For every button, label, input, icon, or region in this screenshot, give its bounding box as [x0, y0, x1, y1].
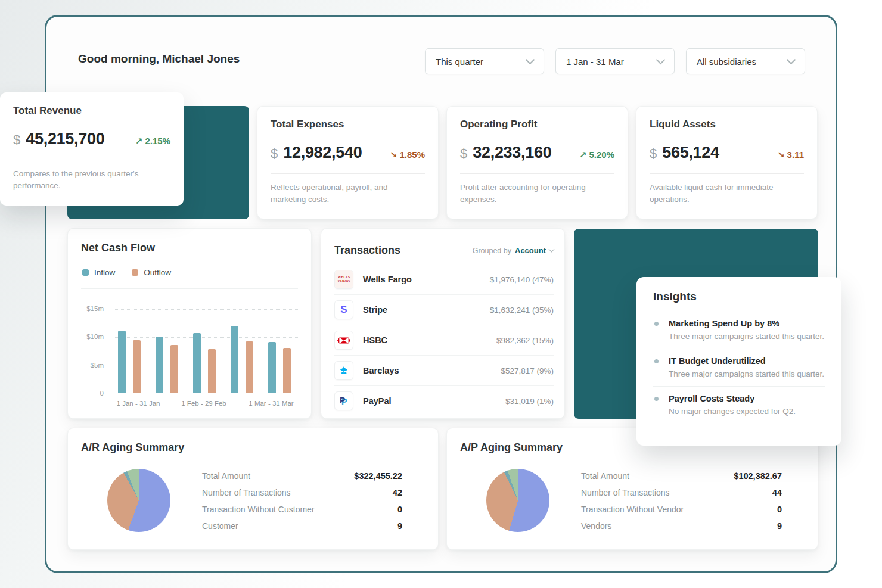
- logo-word: WELLS: [338, 275, 350, 279]
- filter-bar: This quarter1 Jan - 31 MarAll subsidiari…: [425, 48, 805, 74]
- transaction-account-name: Stripe: [363, 305, 387, 315]
- stripe-logo: S: [334, 300, 353, 319]
- y-axis-tick-label: 0: [76, 390, 104, 397]
- filter-dropdown-1-jan-31-mar[interactable]: 1 Jan - 31 Mar: [555, 48, 675, 74]
- transactions-list: WELLSFARGOWells Fargo$1,976,140 (47%)SSt…: [334, 265, 554, 416]
- outflow-bar: [170, 345, 178, 393]
- summary-row-transaction-without-vendor: Transaction Without Vendor0: [581, 501, 782, 518]
- ar-aging-pie-chart: [107, 469, 170, 532]
- insight-description: Three major campaigns started this quart…: [669, 332, 825, 341]
- transaction-row-paypal[interactable]: PPPayPal$31,019 (1%): [334, 385, 554, 416]
- currency-symbol: $: [271, 146, 278, 161]
- outflow-bar: [208, 349, 216, 393]
- total-revenue-delta: ↗ 2.15%: [135, 136, 170, 147]
- summary-value: 9: [777, 521, 782, 531]
- kpi-title: Liquid Assets: [650, 119, 804, 130]
- summary-value: 9: [397, 521, 402, 531]
- transaction-row-barclays[interactable]: Barclays$527,817 (9%): [334, 355, 554, 385]
- insights-title: Insights: [653, 290, 825, 303]
- kpi-card-liquid-assets[interactable]: Liquid Assets$565,124↘ 3.11Available liq…: [636, 106, 818, 219]
- insights-list: Marketing Spend Up by 8%Three major camp…: [653, 312, 825, 416]
- divider: [13, 160, 170, 160]
- summary-label: Number of Transactions: [202, 488, 291, 497]
- net-cash-flow-title: Net Cash Flow: [81, 242, 155, 254]
- insight-item-it-budget-underutilized: IT Budget UnderutilizedThree major campa…: [653, 349, 825, 378]
- transaction-row-stripe[interactable]: SStripe$1,632,241 (35%): [334, 294, 554, 325]
- outflow-bar: [246, 341, 253, 393]
- bullet-icon: [654, 322, 659, 326]
- kpi-delta: ↗ 5.20%: [579, 150, 614, 160]
- total-revenue-description: Compares to the previous quarter's perfo…: [13, 168, 170, 191]
- summary-label: Number of Transactions: [581, 488, 670, 497]
- summary-value: 0: [777, 505, 782, 514]
- filter-label: All subsidiaries: [697, 57, 756, 67]
- summary-row-total-amount: Total Amount$322,455.22: [202, 468, 402, 484]
- trend-down-icon: ↘: [777, 150, 785, 160]
- kpi-card-operating-profit[interactable]: Operating Profit$32,233,160↗ 5.20%Profit…: [446, 106, 628, 219]
- summary-row-number-of-transactions: Number of Transactions42: [202, 484, 402, 501]
- insight-title: Payroll Costs Steady: [669, 394, 825, 403]
- page-title: Good morning, Michael Jones: [78, 52, 240, 66]
- inflow-bar: [268, 342, 276, 393]
- bar-group: [118, 331, 141, 393]
- grouped-by-value: Account: [515, 246, 546, 255]
- summary-row-number-of-transactions: Number of Transactions44: [581, 484, 782, 501]
- kpi-title: Total Expenses: [271, 119, 425, 130]
- kpi-value: 12,982,540: [283, 144, 362, 162]
- transaction-account-name: HSBC: [363, 335, 387, 345]
- insight-title: Marketing Spend Up by 8%: [669, 319, 825, 328]
- summary-label: Total Amount: [581, 471, 629, 481]
- bar-group: [268, 342, 291, 393]
- page-background: { "page": { "greeting": "Good morning, M…: [0, 0, 882, 588]
- legend-swatch-icon: [132, 269, 138, 276]
- inflow-bar: [156, 337, 163, 393]
- transaction-row-wells-fargo[interactable]: WELLSFARGOWells Fargo$1,976,140 (47%): [334, 265, 554, 294]
- kpi-value: 32,233,160: [473, 144, 551, 162]
- currency-symbol: $: [460, 146, 467, 161]
- ap-aging-stats: Total Amount$102,382.67Number of Transac…: [581, 468, 782, 534]
- kpi-description: Available liquid cash for immediate oper…: [650, 182, 804, 205]
- y-axis-tick-label: $15m: [76, 305, 104, 312]
- inflow-bar: [231, 326, 238, 393]
- summary-label: Vendors: [581, 521, 611, 531]
- transaction-amount: $1,632,241 (35%): [490, 306, 554, 315]
- bullet-icon: [654, 397, 659, 401]
- insight-title: IT Budget Underutilized: [669, 356, 825, 366]
- trend-up-icon: ↗: [135, 136, 143, 146]
- total-revenue-title: Total Revenue: [13, 105, 170, 117]
- kpi-title: Operating Profit: [460, 119, 614, 130]
- filter-dropdown-all-subsidiaries[interactable]: All subsidiaries: [686, 48, 805, 74]
- kpi-delta: ↘ 3.11: [777, 150, 804, 160]
- transaction-amount: $982,362 (15%): [496, 336, 554, 345]
- outflow-bar: [283, 348, 291, 393]
- ap-aging-summary-card: A/P Aging Summary Total Amount$102,382.6…: [446, 428, 818, 550]
- inflow-bar: [118, 331, 126, 393]
- inflow-bar: [193, 333, 201, 393]
- delta-value: 2.15%: [145, 136, 170, 146]
- summary-label: Transaction Without Vendor: [581, 505, 684, 514]
- paypal-logo: PP: [334, 391, 353, 410]
- grouped-by-selector[interactable]: Grouped by Account: [473, 246, 554, 255]
- kpi-description: Profit after accounting for operating ex…: [460, 182, 614, 205]
- divider: [650, 173, 804, 174]
- outflow-bar: [133, 340, 141, 393]
- summary-row-vendors: Vendors9: [581, 518, 782, 534]
- insight-description: Three major campaigns started this quart…: [669, 369, 825, 378]
- transaction-amount: $1,976,140 (47%): [490, 275, 554, 284]
- x-axis-tick-label: 1 Jan - 31 Jan: [117, 400, 160, 407]
- insights-popover: Insights Marketing Spend Up by 8%Three m…: [636, 277, 841, 446]
- transaction-amount: $31,019 (1%): [505, 397, 554, 406]
- kpi-card-total-expenses[interactable]: Total Expenses$12,982,540↘ 1.85%Reflects…: [257, 106, 439, 219]
- bar-group: [231, 326, 253, 393]
- chart-legend: InflowOutflow: [82, 268, 171, 277]
- gridline: [113, 394, 300, 394]
- filter-dropdown-this-quarter[interactable]: This quarter: [425, 48, 544, 74]
- gridline: [113, 309, 300, 310]
- legend-swatch-icon: [82, 269, 89, 276]
- currency-symbol: $: [650, 146, 657, 161]
- summary-label: Customer: [202, 521, 238, 531]
- kpi-value-row: $565,124↘ 3.11: [650, 144, 804, 162]
- trend-down-icon: ↘: [390, 150, 397, 160]
- y-axis-tick-label: $10m: [76, 333, 104, 340]
- transaction-row-hsbc[interactable]: HSBC$982,362 (15%): [334, 325, 554, 355]
